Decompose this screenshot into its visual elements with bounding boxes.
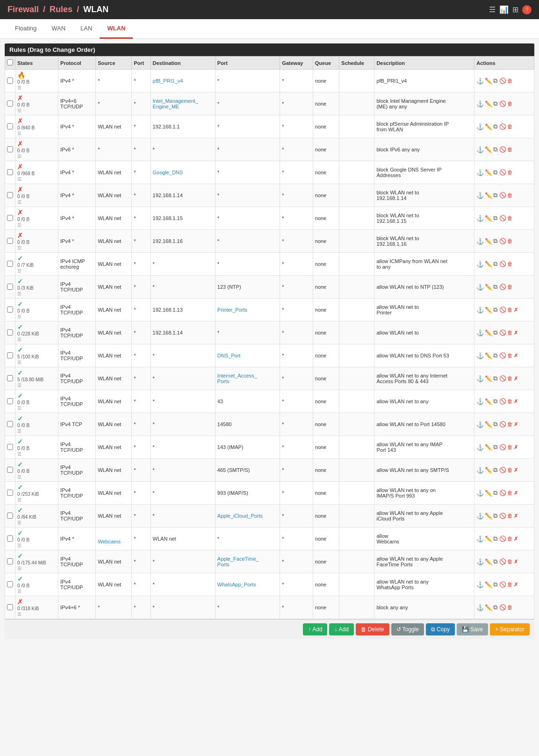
row-checkbox[interactable] (7, 535, 13, 542)
row-checkbox[interactable] (7, 513, 13, 519)
dest-port-link[interactable]: Apple_FaceTime_Ports (217, 556, 259, 567)
anchor-icon[interactable]: ⚓ (476, 535, 484, 542)
dest-port-cell[interactable]: Apple_FaceTime_Ports (215, 550, 280, 573)
disable-icon[interactable]: 🚫 (499, 284, 506, 290)
disable-icon[interactable]: 🚫 (499, 352, 506, 359)
disable-icon[interactable]: 🚫 (499, 467, 506, 473)
disable-icon[interactable]: 🚫 (499, 421, 506, 428)
delete-row-icon[interactable]: 🗑 (507, 558, 513, 565)
delete-row-icon[interactable]: 🗑 (507, 169, 513, 176)
add-up-button[interactable]: ↑ Add (303, 623, 327, 635)
anchor-icon[interactable]: ⚓ (476, 307, 484, 314)
table-icon[interactable]: ⊞ (512, 5, 518, 14)
x-icon[interactable]: ✗ (514, 536, 518, 542)
breadcrumb-firewall[interactable]: Firewall (7, 5, 39, 14)
x-icon[interactable]: ✗ (514, 353, 518, 359)
x-icon[interactable]: ✗ (514, 490, 518, 496)
anchor-icon[interactable]: ⚓ (476, 215, 484, 222)
delete-row-icon[interactable]: 🗑 (507, 513, 513, 519)
disable-icon[interactable]: 🚫 (499, 238, 506, 244)
source-link[interactable]: Webcams (98, 539, 121, 544)
row-checkbox[interactable] (7, 421, 13, 427)
edit-icon[interactable]: ✏️ (485, 513, 492, 520)
anchor-icon[interactable]: ⚓ (476, 329, 484, 336)
anchor-icon[interactable]: ⚓ (476, 467, 484, 474)
anchor-icon[interactable]: ⚓ (476, 78, 484, 85)
dest-port-link[interactable]: Printer_Ports (217, 307, 247, 313)
dest-port-cell[interactable]: DNS_Port (215, 344, 280, 367)
clone-icon[interactable]: ⧉ (493, 558, 497, 565)
disable-icon[interactable]: 🚫 (499, 398, 506, 405)
delete-row-icon[interactable]: 🗑 (507, 444, 513, 450)
clone-icon[interactable]: ⧉ (493, 398, 497, 405)
bar-chart-icon[interactable]: 📊 (499, 5, 509, 14)
clone-icon[interactable]: ⧉ (493, 489, 497, 497)
row-checkbox[interactable] (7, 123, 13, 129)
delete-button[interactable]: 🗑 Delete (356, 623, 389, 635)
disable-icon[interactable]: 🚫 (499, 261, 506, 267)
edit-icon[interactable]: ✏️ (485, 238, 492, 245)
disable-icon[interactable]: 🚫 (499, 604, 506, 611)
dest-port-cell[interactable]: Printer_Ports (215, 299, 280, 321)
edit-icon[interactable]: ✏️ (485, 398, 492, 405)
dest-port-cell[interactable]: Internet_Access_Ports (215, 367, 280, 390)
x-icon[interactable]: ✗ (514, 467, 518, 473)
destination-link[interactable]: Intel_Management_Engine_ME (153, 98, 198, 109)
anchor-icon[interactable]: ⚓ (476, 558, 484, 565)
anchor-icon[interactable]: ⚓ (476, 513, 484, 520)
clone-icon[interactable]: ⧉ (493, 535, 497, 542)
edit-icon[interactable]: ✏️ (485, 146, 492, 153)
row-checkbox[interactable] (7, 146, 13, 152)
dest-port-link[interactable]: DNS_Port (217, 353, 241, 358)
clone-icon[interactable]: ⧉ (493, 604, 497, 611)
anchor-icon[interactable]: ⚓ (476, 444, 484, 451)
clone-icon[interactable]: ⧉ (493, 169, 497, 176)
select-all-checkbox[interactable] (7, 59, 13, 65)
clone-icon[interactable]: ⧉ (493, 146, 497, 153)
disable-icon[interactable]: 🚫 (499, 146, 506, 153)
disable-icon[interactable]: 🚫 (499, 307, 506, 313)
x-icon[interactable]: ✗ (514, 421, 518, 428)
delete-row-icon[interactable]: 🗑 (507, 192, 513, 199)
row-checkbox[interactable] (7, 169, 13, 175)
row-checkbox[interactable] (7, 215, 13, 221)
anchor-icon[interactable]: ⚓ (476, 123, 484, 130)
disable-icon[interactable]: 🚫 (499, 215, 506, 221)
dest-port-cell[interactable]: Apple_iCloud_Ports (215, 505, 280, 528)
delete-row-icon[interactable]: 🗑 (507, 261, 513, 267)
disable-icon[interactable]: 🚫 (499, 78, 506, 84)
edit-icon[interactable]: ✏️ (485, 100, 492, 107)
edit-icon[interactable]: ✏️ (485, 192, 492, 199)
destination-cell[interactable]: Intel_Management_Engine_ME (151, 93, 215, 115)
delete-row-icon[interactable]: 🗑 (507, 307, 513, 313)
destination-link[interactable]: pfB_PRI1_v4 (153, 78, 183, 84)
row-checkbox[interactable] (7, 352, 13, 358)
copy-button[interactable]: ⧉ Copy (426, 623, 455, 635)
edit-icon[interactable]: ✏️ (485, 215, 492, 222)
clone-icon[interactable]: ⧉ (493, 466, 497, 474)
tab-floating[interactable]: Floating (7, 19, 44, 39)
anchor-icon[interactable]: ⚓ (476, 146, 484, 153)
clone-icon[interactable]: ⧉ (493, 581, 497, 588)
row-checkbox[interactable] (7, 467, 13, 473)
edit-icon[interactable]: ✏️ (485, 78, 492, 85)
anchor-icon[interactable]: ⚓ (476, 352, 484, 359)
delete-row-icon[interactable]: 🗑 (507, 352, 513, 359)
edit-icon[interactable]: ✏️ (485, 169, 492, 176)
edit-icon[interactable]: ✏️ (485, 604, 492, 611)
disable-icon[interactable]: 🚫 (499, 535, 506, 542)
edit-icon[interactable]: ✏️ (485, 467, 492, 474)
clone-icon[interactable]: ⧉ (493, 237, 497, 245)
disable-icon[interactable]: 🚫 (499, 558, 506, 565)
delete-row-icon[interactable]: 🗑 (507, 535, 513, 542)
clone-icon[interactable]: ⧉ (493, 352, 497, 359)
question-icon[interactable]: ? (522, 5, 532, 14)
separator-button[interactable]: + Separator (490, 623, 530, 635)
row-checkbox[interactable] (7, 375, 13, 381)
row-checkbox[interactable] (7, 558, 13, 564)
anchor-icon[interactable]: ⚓ (476, 169, 484, 176)
anchor-icon[interactable]: ⚓ (476, 375, 484, 382)
row-checkbox[interactable] (7, 398, 13, 404)
row-checkbox[interactable] (7, 604, 13, 610)
disable-icon[interactable]: 🚫 (499, 444, 506, 450)
